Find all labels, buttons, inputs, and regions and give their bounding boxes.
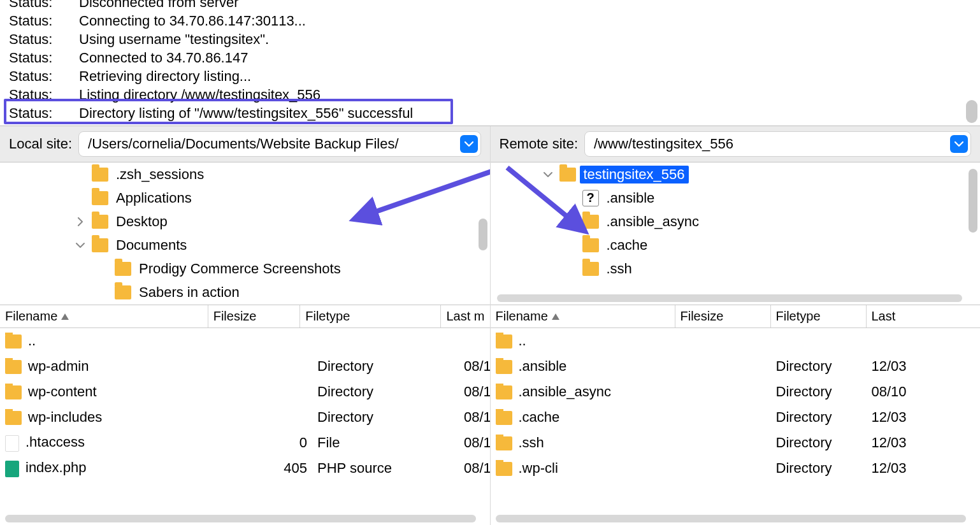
local-file-list[interactable]: Filename Filesize Filetype Last m ..wp-a… (0, 305, 490, 525)
log-label: Status: (9, 0, 79, 11)
log-line[interactable]: Status:Connecting to 34.70.86.147:30113.… (9, 12, 975, 29)
cell-name: .wp-cli (491, 460, 675, 477)
folder-icon (496, 411, 512, 425)
remote-tree[interactable]: testingsitex_556?.ansible.ansible_async.… (491, 162, 981, 305)
file-row[interactable]: .htaccess0File08/18/ (0, 430, 490, 456)
file-row[interactable]: wp-adminDirectory08/18/ (0, 354, 490, 379)
tree-label: .ansible_async (603, 213, 703, 231)
folder-icon (5, 334, 22, 349)
folder-icon (5, 360, 22, 374)
tree-item[interactable]: .zsh_sessions (4, 162, 490, 186)
file-row[interactable]: .sshDirectory12/03 (491, 430, 981, 456)
tree-label: Documents (112, 236, 191, 254)
file-row[interactable]: .. (0, 328, 490, 354)
tree-item[interactable]: Applications (4, 186, 490, 210)
col-modified[interactable]: Last m (441, 305, 489, 327)
col-modified[interactable]: Last (867, 305, 981, 327)
local-tree[interactable]: .zsh_sessionsApplicationsDesktopDocument… (0, 162, 490, 305)
folder-icon (582, 238, 599, 252)
tree-label: Sabers in action (135, 284, 243, 301)
remote-path-input[interactable] (594, 136, 950, 152)
folder-icon (496, 360, 512, 374)
cell-date: 12/03 (867, 409, 981, 426)
tree-scrollbar-v[interactable] (969, 169, 977, 258)
folder-icon (92, 191, 108, 205)
tree-expander[interactable] (540, 171, 556, 178)
log-label: Status: (9, 68, 79, 85)
chevron-down-icon (955, 141, 963, 147)
tree-item[interactable]: .cache (494, 233, 981, 257)
file-row[interactable]: .wp-cliDirectory12/03 (491, 456, 981, 481)
tree-item[interactable]: .ansible_async (494, 210, 981, 233)
local-path-field[interactable] (78, 131, 480, 157)
cell-size: 0 (217, 435, 312, 451)
cell-type: PHP source (312, 460, 459, 477)
file-row[interactable]: wp-contentDirectory08/18/ (0, 379, 490, 405)
file-row[interactable]: .cacheDirectory12/03 (491, 405, 981, 430)
file-row[interactable]: .. (491, 328, 981, 354)
chevron-down-icon (465, 141, 473, 147)
tree-label: Applications (112, 189, 196, 207)
local-path-input[interactable] (88, 136, 459, 152)
tree-item[interactable]: testingsitex_556 (494, 162, 981, 186)
file-row[interactable]: .ansible_asyncDirectory08/10 (491, 379, 981, 405)
log-message: Disconnected from server (79, 0, 239, 11)
tree-item[interactable]: Prodigy Commerce Screenshots (4, 257, 490, 280)
tree-item[interactable]: Sabers in action (4, 280, 490, 304)
tree-item[interactable]: ?.ansible (494, 186, 981, 210)
file-icon (5, 435, 19, 452)
col-filetype[interactable]: Filetype (300, 305, 441, 327)
folder-icon (92, 168, 108, 182)
log-label: Status: (9, 86, 79, 103)
sort-asc-icon (61, 313, 69, 320)
log-line[interactable]: Status:Listing directory /www/testingsit… (9, 86, 975, 103)
log-line[interactable]: Status:Directory listing of "/www/testin… (9, 104, 975, 122)
local-path-dropdown-button[interactable] (460, 135, 478, 153)
local-pane: Local site: .zsh_sessionsApplicationsDes… (0, 126, 491, 525)
cell-date: 12/03 (867, 358, 981, 375)
log-label: Status: (9, 104, 79, 122)
log-scrollbar[interactable] (966, 0, 977, 123)
col-filetype[interactable]: Filetype (771, 305, 867, 327)
file-row[interactable]: index.php405PHP source08/18/ (0, 456, 490, 481)
remote-file-list[interactable]: Filename Filesize Filetype Last ...ansib… (491, 305, 981, 525)
cell-date: 08/18/ (459, 409, 490, 426)
remote-path-dropdown-button[interactable] (950, 135, 968, 153)
cell-name: .cache (491, 409, 675, 426)
log-line[interactable]: Status:Connected to 34.70.86.147 (9, 49, 975, 66)
list-header: Filename Filesize Filetype Last m (0, 305, 490, 328)
tree-item[interactable]: .ssh (494, 257, 981, 280)
list-scrollbar-h[interactable] (5, 515, 476, 522)
cell-type: Directory (312, 384, 459, 400)
folder-icon (92, 215, 108, 229)
file-row[interactable]: wp-includesDirectory08/18/ (0, 405, 490, 430)
tree-scrollbar-v[interactable] (479, 169, 487, 258)
log-label: Status: (9, 49, 79, 66)
cell-date: 08/10 (867, 384, 981, 400)
folder-icon (559, 168, 576, 182)
cell-type: Directory (771, 409, 867, 426)
log-message: Connected to 34.70.86.147 (79, 49, 248, 66)
tree-item[interactable]: Documents (4, 233, 490, 257)
local-site-label: Local site: (9, 136, 72, 152)
remote-path-field[interactable] (584, 131, 971, 157)
sort-asc-icon (552, 313, 559, 320)
log-label: Status: (9, 31, 79, 48)
log-line[interactable]: Status:Retrieving directory listing... (9, 68, 975, 85)
tree-scrollbar-h[interactable] (497, 294, 963, 302)
col-filename[interactable]: Filename (0, 305, 208, 327)
log-message: Listing directory /www/testingsitex_556 (79, 86, 321, 103)
col-filesize[interactable]: Filesize (675, 305, 771, 327)
log-message: Directory listing of "/www/testingsitex_… (79, 104, 413, 122)
tree-expander[interactable] (73, 219, 88, 225)
log-line[interactable]: Status:Using username "testingsitex". (9, 31, 975, 48)
cell-type: Directory (312, 409, 459, 426)
file-row[interactable]: .ansibleDirectory12/03 (491, 354, 981, 379)
log-line[interactable]: Status:Disconnected from server (9, 0, 975, 11)
col-filename[interactable]: Filename (491, 305, 675, 327)
list-scrollbar-h[interactable] (496, 515, 967, 522)
status-log[interactable]: Status:Disconnected from serverStatus:Co… (0, 0, 980, 126)
tree-expander[interactable] (73, 242, 88, 248)
col-filesize[interactable]: Filesize (208, 305, 301, 327)
tree-item[interactable]: Desktop (4, 210, 490, 233)
